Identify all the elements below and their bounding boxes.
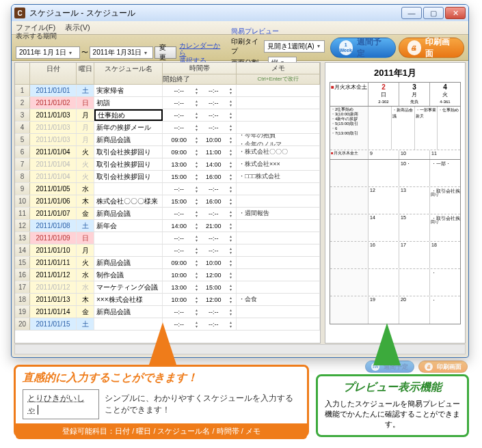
cell-memo[interactable]: ・株式会社××× [237, 158, 320, 170]
cell-date[interactable]: 2011/01/03 [30, 122, 77, 133]
spinner-icon[interactable]: ▴▾ [228, 87, 234, 95]
calendar-link[interactable]: カレンダーから [179, 42, 223, 57]
spinner-icon[interactable]: ▴▾ [228, 320, 234, 328]
spinner-icon[interactable]: ▴▾ [228, 308, 234, 316]
cell-time[interactable]: 13:00▴▾15:00▴▾ [163, 281, 237, 293]
col-memo[interactable]: メモ [237, 63, 319, 74]
cell-schedule-name[interactable]: 取引会社挨拶回り [94, 171, 163, 182]
spinner-icon[interactable]: ▴▾ [228, 210, 234, 218]
cell-schedule-name[interactable]: マーケティング会議 [94, 281, 163, 293]
cell-memo[interactable] [237, 97, 320, 109]
col-time[interactable]: 時間帯 [163, 63, 236, 74]
spinner-icon[interactable]: ▴▾ [228, 247, 234, 255]
cell-date[interactable]: 2011/01/05 [30, 183, 77, 195]
cell-time[interactable]: --:--▴▾--:--▴▾ [163, 183, 237, 195]
cell-time[interactable]: 10:00▴▾12:00▴▾ [163, 269, 237, 281]
spinner-icon[interactable]: ▴▾ [193, 259, 200, 267]
table-row[interactable]: 52011/01/03月新商品会議09:00▴▾10:00▴▾・今年の抱負・今年… [15, 134, 320, 146]
cell-date[interactable]: 2011/01/12 [30, 269, 77, 281]
cell-date[interactable]: 2011/01/02 [30, 97, 77, 109]
cell-date[interactable]: 2011/01/14 [30, 306, 77, 318]
spinner-icon[interactable]: ▴▾ [228, 259, 234, 267]
table-row[interactable]: 62011/01/04火取引会社挨拶回り09:00▴▾11:00▴▾・株式会社〇… [15, 146, 320, 158]
cell-schedule-name[interactable]: 取引会社挨拶回り [94, 158, 163, 170]
cell-time[interactable]: 10:00▴▾12:00▴▾ [163, 294, 237, 305]
table-row[interactable]: 152011/01/11火新商品会議09:00▴▾10:00▴▾ [15, 257, 320, 269]
cell-memo[interactable] [237, 109, 320, 121]
cell-date[interactable]: 2011/01/01 [30, 85, 77, 96]
cell-memo[interactable] [237, 244, 320, 256]
spinner-icon[interactable]: ▴▾ [193, 111, 200, 120]
spinner-icon[interactable]: ▴▾ [228, 160, 234, 169]
spinner-icon[interactable]: ▴▾ [193, 271, 200, 279]
cell-date[interactable]: 2011/01/11 [30, 257, 77, 268]
cell-time[interactable]: --:--▴▾--:--▴▾ [163, 109, 237, 121]
spinner-icon[interactable]: ▴▾ [228, 197, 234, 206]
table-row[interactable]: 112011/01/07金新商品会議--:--▴▾--:--▴▾・週間報告 [15, 208, 320, 220]
spinner-icon[interactable]: ▴▾ [193, 124, 200, 132]
cell-date[interactable]: 2011/01/08 [30, 220, 77, 232]
cell-date[interactable]: 2011/01/09 [30, 232, 77, 244]
cell-memo[interactable]: ・会食 [237, 294, 320, 305]
cell-memo[interactable] [237, 306, 320, 318]
cell-time[interactable]: 09:00▴▾11:00▴▾ [163, 146, 237, 158]
spinner-icon[interactable]: ▴▾ [193, 173, 200, 181]
cell-memo[interactable] [237, 269, 320, 281]
col-dow[interactable]: 曜日 [77, 63, 94, 84]
cell-memo[interactable]: ・週間報告 [237, 208, 320, 219]
cell-memo[interactable]: ・□□□株式会社 [237, 171, 320, 182]
spinner-icon[interactable]: ▴▾ [193, 136, 200, 144]
spinner-icon[interactable]: ▴▾ [193, 234, 200, 242]
table-row[interactable]: 102011/01/06木株式会社〇〇〇様来15:00▴▾16:00▴▾ [15, 195, 320, 208]
date-to-select[interactable]: 2011年 1月31日▾ [90, 46, 154, 59]
change-button[interactable]: 変更 [155, 46, 176, 59]
table-row[interactable]: 12011/01/01土実家帰省--:--▴▾--:--▴▾ [15, 85, 320, 97]
date-from-select[interactable]: 2011年 1月 1日▾ [16, 46, 80, 59]
cell-date[interactable]: 2011/01/15 [30, 318, 77, 330]
cell-time[interactable]: --:--▴▾--:--▴▾ [163, 85, 237, 96]
col-name[interactable]: スケジュール名 [94, 63, 163, 84]
cell-date[interactable]: 2011/01/13 [30, 294, 77, 305]
cell-memo[interactable] [237, 281, 320, 293]
cell-time[interactable]: 09:00▴▾10:00▴▾ [163, 134, 237, 145]
cell-time[interactable]: --:--▴▾--:--▴▾ [163, 208, 237, 219]
cell-time[interactable]: 09:00▴▾10:00▴▾ [163, 257, 237, 268]
table-row[interactable]: 122011/01/08土新年会14:00▴▾21:00▴▾ [15, 220, 320, 232]
cell-time[interactable]: --:--▴▾--:--▴▾ [163, 122, 237, 133]
week-view-button[interactable]: 1 Week 週間予定 [330, 38, 396, 58]
spinner-icon[interactable]: ▴▾ [193, 87, 200, 95]
table-row[interactable]: 82011/01/04火取引会社挨拶回り15:00▴▾16:00▴▾・□□□株式… [15, 171, 320, 183]
spinner-icon[interactable]: ▴▾ [228, 296, 234, 304]
cell-date[interactable]: 2011/01/04 [30, 171, 77, 182]
cell-schedule-name[interactable]: 実家帰省 [94, 85, 163, 96]
table-row[interactable]: 72011/01/04火取引会社挨拶回り13:00▴▾14:00▴▾・株式会社×… [15, 158, 320, 171]
maximize-button[interactable]: ▢ [423, 7, 444, 19]
cell-schedule-name[interactable]: 新商品会議 [94, 134, 163, 145]
minimize-button[interactable]: — [401, 7, 422, 19]
spinner-icon[interactable]: ▴▾ [193, 210, 200, 218]
spinner-icon[interactable]: ▴▾ [193, 185, 200, 193]
table-row[interactable]: 132011/01/09日--:--▴▾--:--▴▾ [15, 232, 320, 244]
spinner-icon[interactable]: ▴▾ [193, 197, 200, 206]
table-row[interactable]: 182011/01/13木×××株式会社様10:00▴▾12:00▴▾・会食 [15, 294, 320, 306]
cell-time[interactable]: --:--▴▾--:--▴▾ [163, 306, 237, 318]
table-row[interactable]: 42011/01/03月新年の挨拶メール--:--▴▾--:--▴▾ [15, 122, 320, 134]
cell-memo[interactable] [237, 257, 320, 268]
spinner-icon[interactable]: ▴▾ [228, 185, 234, 193]
cell-memo[interactable] [237, 195, 320, 207]
cell-memo[interactable] [237, 220, 320, 232]
cell-time[interactable]: 15:00▴▾16:00▴▾ [163, 171, 237, 182]
cell-schedule-name[interactable]: 初詣 [94, 97, 163, 109]
spinner-icon[interactable]: ▴▾ [193, 247, 200, 255]
table-row[interactable]: 32011/01/03月仕事始め--:--▴▾--:--▴▾ [15, 109, 320, 122]
cell-memo[interactable] [237, 318, 320, 330]
cell-memo[interactable] [237, 183, 320, 195]
spinner-icon[interactable]: ▴▾ [228, 234, 234, 242]
spinner-icon[interactable]: ▴▾ [193, 320, 200, 328]
spinner-icon[interactable]: ▴▾ [193, 160, 200, 169]
spinner-icon[interactable]: ▴▾ [228, 99, 234, 107]
spinner-icon[interactable]: ▴▾ [228, 222, 234, 230]
cell-schedule-name[interactable]: 新年会 [94, 220, 163, 232]
spinner-icon[interactable]: ▴▾ [228, 283, 234, 292]
table-row[interactable]: 22011/01/02日初詣--:--▴▾--:--▴▾ [15, 97, 320, 109]
